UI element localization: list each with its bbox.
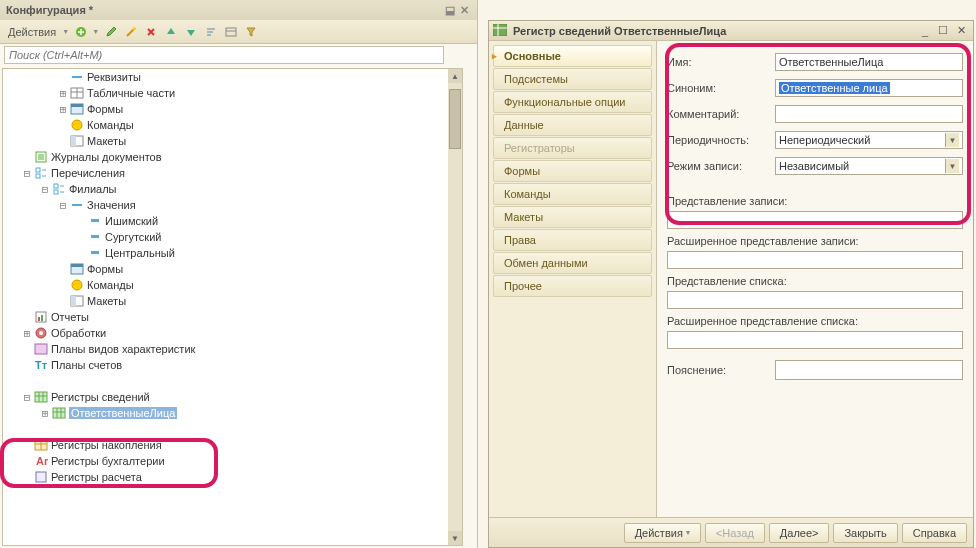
tab-команды[interactable]: Команды <box>493 183 652 205</box>
down-icon[interactable] <box>182 23 200 41</box>
expand-icon[interactable]: ⊟ <box>57 199 69 212</box>
tab-права[interactable]: Права <box>493 229 652 251</box>
tree-row[interactable]: ⊞ОтветственныеЛица <box>3 405 462 421</box>
svg-rect-3 <box>72 76 82 78</box>
tree-row[interactable]: ⊞Табличные части <box>3 85 462 101</box>
synonym-field[interactable]: Ответственные лица <box>775 79 963 97</box>
register-titlebar: Регистр сведений ОтветственныеЛица _ ☐ ✕ <box>489 21 973 41</box>
svg-point-7 <box>72 120 82 130</box>
tab-данные[interactable]: Данные <box>493 114 652 136</box>
pin-icon[interactable]: ⬓ <box>443 3 457 17</box>
svg-rect-25 <box>38 317 40 321</box>
add-dropdown-icon[interactable]: ▼ <box>92 28 100 35</box>
mode-select[interactable]: Независимый▼ <box>775 157 963 175</box>
scroll-up-icon[interactable]: ▲ <box>448 69 462 83</box>
tree-row[interactable]: Регистры накопления <box>3 437 462 453</box>
actions-dropdown-icon[interactable]: ▼ <box>62 28 70 35</box>
tree-row[interactable]: ТтПланы счетов <box>3 357 462 373</box>
tree-label: Макеты <box>87 135 126 147</box>
next-button[interactable]: Далее> <box>769 523 830 543</box>
explanation-field[interactable] <box>775 360 963 380</box>
expand-icon[interactable]: ⊞ <box>39 407 51 420</box>
tab-макеты[interactable]: Макеты <box>493 206 652 228</box>
maximize-icon[interactable]: ☐ <box>935 24 951 38</box>
filter-icon[interactable] <box>242 23 260 41</box>
search-input[interactable] <box>4 46 444 64</box>
tab-функциональные опции[interactable]: Функциональные опции <box>493 91 652 113</box>
tab-обмен данными[interactable]: Обмен данными <box>493 252 652 274</box>
expand-icon[interactable]: ⊞ <box>57 87 69 100</box>
name-label: Имя: <box>667 56 775 68</box>
comment-field[interactable] <box>775 105 963 123</box>
tab-подсистемы[interactable]: Подсистемы <box>493 68 652 90</box>
tree-row[interactable]: Отчеты <box>3 309 462 325</box>
tree-row[interactable]: ⊞Формы <box>3 101 462 117</box>
tree-row[interactable]: ⊟Перечисления <box>3 165 462 181</box>
tree-row[interactable]: Журналы документов <box>3 149 462 165</box>
repr-list-ext-field[interactable] <box>667 331 963 349</box>
tree-scrollbar[interactable]: ▲ ▼ <box>448 69 462 545</box>
expand-icon[interactable]: ⊟ <box>21 391 33 404</box>
tree-row[interactable]: Реквизиты <box>3 69 462 85</box>
close-button[interactable]: Закрыть <box>833 523 897 543</box>
list-icon[interactable] <box>222 23 240 41</box>
tab-формы[interactable]: Формы <box>493 160 652 182</box>
tree-row[interactable]: Макеты <box>3 293 462 309</box>
up-icon[interactable] <box>162 23 180 41</box>
tree-row[interactable]: Макеты <box>3 133 462 149</box>
back-button[interactable]: <Назад <box>705 523 765 543</box>
expand-icon[interactable]: ⊞ <box>57 103 69 116</box>
add-icon[interactable] <box>72 23 90 41</box>
close-panel-icon[interactable]: ✕ <box>457 3 471 17</box>
comment-label: Комментарий: <box>667 108 775 120</box>
repr-list-field[interactable] <box>667 291 963 309</box>
edit-icon[interactable] <box>102 23 120 41</box>
expand-icon[interactable]: ⊟ <box>21 167 33 180</box>
tree-row[interactable]: Центральный <box>3 245 462 261</box>
sort-icon[interactable] <box>202 23 220 41</box>
expand-icon[interactable]: ⊞ <box>21 327 33 340</box>
name-field[interactable] <box>775 53 963 71</box>
delete-icon[interactable] <box>142 23 160 41</box>
tree-row[interactable]: Регистры расчета <box>3 469 462 485</box>
mode-label: Режим записи: <box>667 160 775 172</box>
help-button[interactable]: Справка <box>902 523 967 543</box>
tree-row[interactable]: ⊟Значения <box>3 197 462 213</box>
tree-row[interactable]: Формы <box>3 261 462 277</box>
wand-icon[interactable] <box>122 23 140 41</box>
dropdown-icon[interactable]: ▼ <box>945 133 959 147</box>
tree-row[interactable] <box>3 373 462 389</box>
repr-record-ext-field[interactable] <box>667 251 963 269</box>
expand-icon[interactable]: ⊟ <box>39 183 51 196</box>
minimize-icon[interactable]: _ <box>917 24 933 38</box>
close-window-icon[interactable]: ✕ <box>953 24 969 38</box>
actions-menu[interactable]: Действия <box>4 26 60 38</box>
scroll-thumb[interactable] <box>449 89 461 149</box>
tree-row[interactable] <box>3 421 462 437</box>
tab-прочее[interactable]: Прочее <box>493 275 652 297</box>
val-icon <box>87 246 103 260</box>
tab-основные[interactable]: Основные <box>493 45 652 67</box>
tree-label: Табличные части <box>87 87 175 99</box>
tree-row[interactable]: Ишимский <box>3 213 462 229</box>
tree-row[interactable]: ⊟Филиалы <box>3 181 462 197</box>
actions-button[interactable]: Действия <box>624 523 701 543</box>
tree-row[interactable]: Команды <box>3 117 462 133</box>
dropdown-icon[interactable]: ▼ <box>945 159 959 173</box>
period-select[interactable]: Непериодический▼ <box>775 131 963 149</box>
repr-record-field[interactable] <box>667 211 963 229</box>
register-title: Регистр сведений ОтветственныеЛица <box>513 25 915 37</box>
svg-rect-31 <box>35 392 47 402</box>
tree-row[interactable]: ArРегистры бухгалтерии <box>3 453 462 469</box>
tab-регистраторы[interactable]: Регистраторы <box>493 137 652 159</box>
tree-label: Ишимский <box>105 215 158 227</box>
scroll-down-icon[interactable]: ▼ <box>448 531 462 545</box>
pvh-icon <box>33 342 49 356</box>
tree-row[interactable]: Сургутский <box>3 229 462 245</box>
config-tree[interactable]: Реквизиты⊞Табличные части⊞ФормыКомандыМа… <box>2 68 463 546</box>
tree-row[interactable]: ⊟Регистры сведений <box>3 389 462 405</box>
tree-row[interactable]: Планы видов характеристик <box>3 341 462 357</box>
tree-row[interactable]: Команды <box>3 277 462 293</box>
tree-row[interactable]: ⊞Обработки <box>3 325 462 341</box>
tree-label: Формы <box>87 103 123 115</box>
